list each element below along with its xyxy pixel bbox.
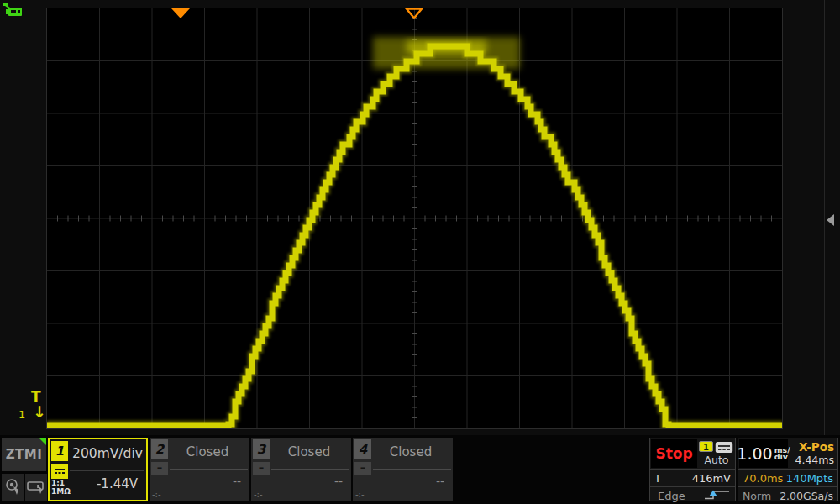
divider <box>170 469 248 470</box>
channel-4-status: Closed <box>373 444 449 459</box>
channel-1-badge: 1 <box>51 441 68 461</box>
graticule <box>47 8 782 428</box>
channel-1-impedance: 1MΩ <box>51 487 71 496</box>
channel1-position-marker[interactable]: 1 <box>18 408 25 421</box>
display-frame: T ↓ 1 <box>0 0 840 435</box>
channel-1-coupling-dc-icon <box>51 464 68 479</box>
channel-3-value: -- <box>334 475 343 488</box>
divider <box>271 469 349 470</box>
brand-logo-text: ZTMI <box>6 447 43 462</box>
channel-2-box[interactable]: 2 – Closed -- -:- <box>150 438 249 501</box>
channel-3-extra: -:- <box>254 490 263 499</box>
delay-reference-marker-icon[interactable] <box>405 8 423 19</box>
trigger-status-box: Stop 1 Auto T 416mV Edge <box>649 438 736 501</box>
offscreen-arrow-icon: ↓ <box>33 402 46 421</box>
channel-1-scale: 200mV/div <box>70 446 145 461</box>
trigger-coupling-dc-icon <box>715 441 733 454</box>
channel-2-extra: -:- <box>152 490 161 499</box>
divider <box>373 469 451 470</box>
waveform-display <box>46 8 783 429</box>
capture-info-row[interactable]: 70.0ms 140Mpts <box>738 469 837 486</box>
trigger-position-marker-icon[interactable] <box>171 8 190 18</box>
channel-2-status: Closed <box>170 444 245 459</box>
trigger-type-row[interactable]: Edge <box>650 486 735 501</box>
capture-duration: 70.0ms <box>743 472 783 485</box>
channel-4-value: -- <box>436 475 444 488</box>
gesture-lock-button[interactable] <box>2 474 24 501</box>
channel-4-badge: 4 <box>354 439 371 459</box>
run-state-label: Stop <box>655 445 692 462</box>
channel-1-offset: -1.44V <box>97 476 138 491</box>
trigger-level-label: T <box>654 472 661 485</box>
channel-2-badge: 2 <box>151 439 168 459</box>
horizontal-position[interactable]: X-Pos 4.44ms <box>789 439 837 468</box>
acquisition-mode: Norm <box>743 490 771 502</box>
channel-4-extra: -:- <box>355 490 365 499</box>
trigger-level-row[interactable]: T 416mV <box>650 469 735 486</box>
divider <box>70 470 144 471</box>
trigger-source-channel-badge: 1 <box>699 441 713 452</box>
trigger-source[interactable]: 1 <box>699 441 734 454</box>
brand-logo: ZTMI <box>2 438 46 471</box>
channel-3-badge: 3 <box>253 439 270 459</box>
sample-info-row[interactable]: Norm 2.00GSa/s <box>738 486 837 501</box>
channel-4-coupling-badge: – <box>354 462 371 475</box>
channel-3-box[interactable]: 3 – Closed -- -:- <box>251 438 351 501</box>
timebase-unit-bottom: div <box>774 452 788 461</box>
trigger-type-label: Edge <box>658 490 685 502</box>
channel-1-box[interactable]: 1 200mV/div -1.44V 1:1 1MΩ <box>48 438 148 501</box>
xpos-value: 4.44ms <box>789 454 837 466</box>
xpos-label: X-Pos <box>789 439 837 454</box>
channel-3-status: Closed <box>271 444 347 459</box>
run-state-button[interactable]: Stop <box>651 439 697 468</box>
oscilloscope-screen: T ↓ 1 ZTMI 1 <box>0 0 840 504</box>
sample-rate: 2.00GSa/s <box>780 490 833 502</box>
camera-icon[interactable] <box>3 2 26 20</box>
timebase-value: 1.00 <box>737 444 772 463</box>
channel-3-coupling-badge: – <box>253 462 270 475</box>
menu-pullout-handle-icon[interactable] <box>827 214 834 226</box>
status-bar: ZTMI 1 <box>0 435 840 504</box>
menu-edge-divider <box>824 0 825 435</box>
channel-2-coupling-badge: – <box>151 462 168 475</box>
memory-depth: 140Mpts <box>786 472 833 485</box>
trigger-sweep-mode[interactable]: Auto <box>697 454 736 466</box>
channel-2-value: -- <box>233 475 241 488</box>
timebase-button[interactable]: 1.00 ms/ div <box>739 439 788 468</box>
touch-menu-button[interactable] <box>25 474 47 501</box>
channel-4-box[interactable]: 4 – Closed -- -:- <box>353 438 453 501</box>
trigger-level-value: 416mV <box>692 472 731 485</box>
rising-edge-icon <box>704 489 731 501</box>
acquisition-box: 1.00 ms/ div X-Pos 4.44ms 70.0ms 140Mpts… <box>738 438 838 501</box>
channel-1-probe-ratio: 1:1 <box>51 479 71 487</box>
logo-corner-badge <box>39 438 46 445</box>
